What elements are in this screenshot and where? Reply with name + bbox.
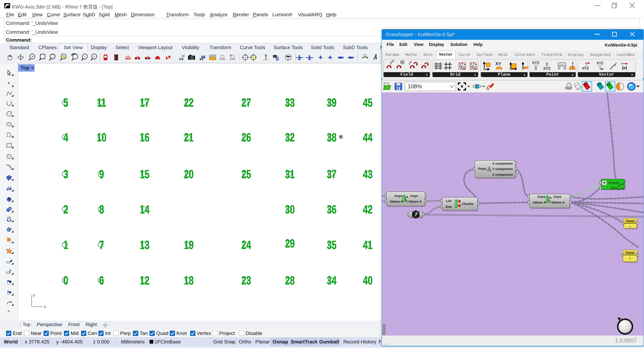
svg-text:Keys: Keys (554, 195, 562, 198)
svg-text:Values A: Values A (390, 200, 403, 203)
svg-text:15: 15 (140, 167, 150, 181)
svg-text:Values A: Values A (532, 201, 546, 204)
svg-text:43: 43 (363, 167, 373, 181)
svg-text:27: 27 (242, 96, 251, 109)
svg-text:y: y (33, 292, 35, 297)
svg-text:1: 1 (63, 238, 68, 251)
svg-text:XYZ: XYZ (596, 61, 604, 65)
svg-text:16: 16 (140, 131, 150, 144)
svg-text:Size: Size (446, 205, 452, 209)
svg-text:23: 23 (242, 274, 251, 287)
svg-text:45: 45 (363, 96, 373, 109)
svg-text:25: 25 (242, 167, 251, 181)
svg-text:26: 26 (242, 131, 251, 144)
svg-text:Panel: Panel (626, 219, 634, 223)
svg-text:12: 12 (140, 274, 150, 287)
svg-text:Keys: Keys (394, 194, 402, 198)
svg-text:14: 14 (140, 203, 150, 216)
svg-text:1: 1 (618, 187, 619, 191)
svg-text:XY: XY (496, 61, 501, 66)
svg-text:38: 38 (327, 131, 337, 144)
svg-text:8: 8 (99, 203, 104, 216)
svg-text:44: 44 (363, 131, 373, 144)
svg-text:0: 0 (629, 225, 631, 228)
svg-text:3: 3 (63, 167, 68, 181)
svg-text:Point: Point (478, 167, 486, 171)
svg-text:2: 2 (622, 187, 624, 190)
svg-text:28: 28 (285, 274, 295, 287)
svg-text:XYZ: XYZ (532, 61, 540, 65)
svg-text:13: 13 (140, 238, 150, 251)
svg-text:A: A (550, 196, 552, 199)
svg-text:19: 19 (184, 238, 194, 251)
svg-text:7: 7 (415, 212, 418, 217)
svg-text:22: 22 (184, 96, 194, 109)
svg-text:42: 42 (363, 203, 373, 216)
svg-text:0: 0 (63, 274, 68, 287)
svg-text:Z: Z (549, 201, 551, 204)
svg-text:39: 39 (327, 96, 337, 109)
svg-text:2: 2 (63, 203, 68, 216)
svg-text:2: 2 (230, 54, 231, 57)
svg-text:6: 6 (99, 274, 104, 287)
svg-text:Points: Points (608, 181, 619, 185)
svg-text:20: 20 (184, 167, 194, 181)
svg-text:10: 10 (97, 131, 106, 144)
svg-text:31: 31 (285, 167, 295, 181)
svg-text:360°: 360° (363, 54, 367, 56)
svg-text:Chunks: Chunks (462, 202, 474, 206)
svg-text:List: List (446, 199, 452, 203)
svg-text:4: 4 (622, 183, 624, 186)
svg-text:Z component: Z component (492, 173, 513, 176)
svg-text:Values A: Values A (408, 200, 422, 203)
svg-text:18: 18 (184, 274, 194, 287)
svg-text:14: 14 (93, 56, 96, 58)
svg-text:34: 34 (327, 274, 337, 287)
svg-text:4: 4 (63, 131, 68, 144)
svg-text:40: 40 (363, 274, 373, 287)
svg-text:35: 35 (327, 238, 337, 251)
svg-text:XYZ: XYZ (487, 169, 491, 172)
svg-text:9: 9 (99, 167, 104, 181)
svg-text:29: 29 (285, 237, 295, 250)
svg-text:32: 32 (285, 131, 295, 144)
svg-text:17: 17 (140, 96, 150, 109)
svg-text:108%: 108% (408, 83, 422, 90)
svg-text:Y component: Y component (492, 167, 513, 171)
svg-text:37: 37 (327, 167, 337, 181)
svg-text:Size: Size (610, 186, 618, 190)
svg-text:41: 41 (363, 238, 373, 251)
svg-text:24: 24 (242, 238, 251, 251)
svg-text:30: 30 (285, 203, 295, 216)
svg-text:21: 21 (184, 131, 194, 144)
svg-text:»: » (8, 309, 10, 313)
svg-text:x: x (44, 304, 46, 309)
svg-text:5: 5 (63, 96, 68, 109)
svg-text:3: 3 (618, 184, 620, 187)
svg-text:6: 6 (629, 257, 631, 260)
svg-text:A: A (406, 195, 408, 198)
svg-text:X component: X component (492, 162, 513, 165)
svg-text:33: 33 (285, 96, 295, 109)
svg-text:|v|: |v| (622, 65, 627, 70)
svg-text:Panel: Panel (626, 251, 634, 254)
svg-text:7: 7 (99, 238, 104, 251)
svg-text:Keys: Keys (538, 195, 545, 198)
svg-text:Keys: Keys (410, 194, 418, 198)
svg-text:11: 11 (97, 96, 106, 109)
svg-text:Values A: Values A (551, 201, 565, 204)
svg-text:Z: Z (406, 200, 408, 203)
svg-text:36: 36 (327, 203, 337, 216)
svg-text:XYZ: XYZ (543, 66, 551, 71)
